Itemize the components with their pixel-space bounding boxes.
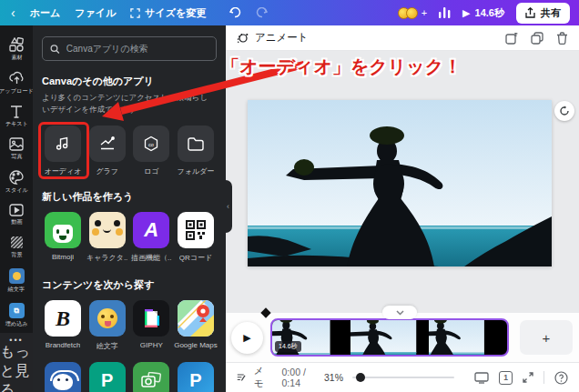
trash-icon[interactable] [556,32,568,45]
back-chevron-icon[interactable]: ‹ [11,6,15,19]
iconduck-app-icon [45,362,81,392]
emoji-app-icon [89,300,126,337]
app-iconduck[interactable]: Iconduck [42,362,84,392]
qr-code-app-icon [178,212,214,248]
sidebar-rail: 素材 アップロード テキスト 写真 スタイル 動画 背景 絵文字 [0,25,33,392]
preview-play-button[interactable]: ▶ 14.6秒 [462,6,504,20]
canva-editor: ‹ ホーム ファイル サイズを変更 + ▶ 14.6秒 [0,0,579,392]
app-search-input[interactable] [66,44,208,54]
sidebar-item-embed-app[interactable]: ⧉ 埋め込み [0,298,33,333]
character-app-icon [89,212,126,248]
canvas-area[interactable] [226,51,579,313]
undo-icon[interactable] [229,7,242,18]
timeline-collapse-pill[interactable] [382,306,417,319]
music-note-icon [55,136,71,152]
video-frame[interactable] [248,100,552,266]
add-clip-button[interactable]: + [520,320,573,355]
more-dots-icon: ••• [9,338,23,342]
app-grid-more-apps: オーディオ グラフ co ロゴ フォルダー [42,126,217,176]
background-icon [10,236,24,249]
fullscreen-icon[interactable] [523,372,533,383]
duplicate-icon[interactable] [531,32,543,45]
resize-button[interactable]: サイズを変更 [130,6,206,20]
app-pixton[interactable]: P Pixton [175,362,217,392]
zoom-slider-knob[interactable] [356,373,365,382]
add-page-icon[interactable] [505,32,518,45]
sidebar-item-uploads[interactable]: アップロード [0,66,33,100]
section-title-create-new: 新しい作品を作ろう [42,190,217,204]
app-bitmoji[interactable]: Bitmoji [42,212,84,263]
sidebar-item-styles[interactable]: スタイル [0,166,33,199]
giphy-app-icon [133,300,169,337]
embed-app-icon: ⧉ [9,303,25,318]
text-icon [10,105,23,118]
emoji-app-icon [9,268,25,284]
app-qr-code[interactable]: QRコード [175,212,217,263]
app-draw[interactable]: A 描画機能（.. [130,212,172,263]
play-icon: ▶ [462,7,470,19]
rotate-button[interactable] [554,101,574,121]
pexels-app-icon: P [89,362,126,392]
clip-duration-badge: 14.6秒 [275,341,301,352]
section-title-discover: コンテンツを次から探す [42,278,217,292]
sidebar-item-background[interactable]: 背景 [0,231,33,264]
sidebar-item-videos[interactable]: 動画 [0,199,33,231]
notes-icon[interactable] [237,372,247,384]
play-icon: ▶ [243,332,250,344]
work-area: アニメート ▶ [226,25,579,392]
video-clip[interactable]: 14.6秒 [270,318,509,357]
menu-home[interactable]: ホーム [30,6,61,20]
animate-icon [237,32,249,45]
brandfetch-app-icon: B [45,300,81,337]
sidebar-item-more[interactable]: ••• もっと見る [0,333,33,392]
hula-dancer-video [248,100,552,266]
menu-file[interactable]: ファイル [75,6,116,20]
zoom-percent[interactable]: 31% [324,372,343,383]
app-character[interactable]: キャラクタ.. [86,212,128,263]
app-google-maps[interactable]: Google Maps [175,300,217,351]
svg-text:co: co [148,142,154,147]
pixton-app-icon: P [178,362,214,392]
folder-icon [188,137,204,151]
app-pexels[interactable]: P Pexels [86,362,128,392]
timeline-play-button[interactable]: ▶ [231,322,263,354]
app-pixabay[interactable]: Pixabay [130,362,172,392]
rotate-icon [559,106,570,116]
app-charts[interactable]: グラフ [86,126,128,176]
app-giphy[interactable]: GIPHY [130,300,172,351]
google-maps-app-icon [178,300,214,337]
redo-icon[interactable] [255,7,268,18]
chart-icon [99,136,116,151]
panel-collapse-handle[interactable]: ‹ [224,180,232,233]
clip-thumbnail [429,320,507,355]
zoom-slider[interactable] [352,377,454,378]
clip-thumbnail [350,320,429,355]
apps-panel: Canvaのその他のアプリ より多くのコンテンツにアクセスして素晴らしいデザイン… [33,25,226,392]
app-grid-discover: B Brandfetch 絵文字 GIPHY Google Maps [42,300,217,392]
top-menu-bar: ‹ ホーム ファイル サイズを変更 + ▶ 14.6秒 [0,0,579,25]
share-button[interactable]: 共有 [516,3,570,24]
sidebar-item-elements[interactable]: 素材 [0,33,33,66]
app-logo[interactable]: co ロゴ [130,126,172,176]
credits-button[interactable]: + [398,7,427,19]
app-emoji[interactable]: 絵文字 [86,300,128,351]
app-folder[interactable]: フォルダー [175,126,217,176]
memo-label[interactable]: メモ [254,365,269,390]
share-upload-icon [525,7,535,18]
upload-icon [9,71,25,85]
sidebar-item-emoji-app[interactable]: 絵文字 [0,264,33,298]
app-search[interactable] [42,36,217,61]
app-audio[interactable]: オーディオ [42,126,84,176]
app-brandfetch[interactable]: B Brandfetch [42,300,84,351]
analytics-icon[interactable] [439,7,451,18]
sidebar-item-text[interactable]: テキスト [0,100,33,133]
section-title-more-apps: Canvaのその他のアプリ [42,75,217,88]
coin-icon [406,7,418,19]
chevron-down-icon [396,310,404,316]
help-icon[interactable] [554,371,568,385]
grid-view-icon[interactable] [474,372,489,384]
animate-button[interactable]: アニメート [237,31,309,45]
page-indicator[interactable]: 1 [499,371,513,385]
sidebar-item-photos[interactable]: 写真 [0,133,33,166]
bitmoji-app-icon [45,212,81,248]
